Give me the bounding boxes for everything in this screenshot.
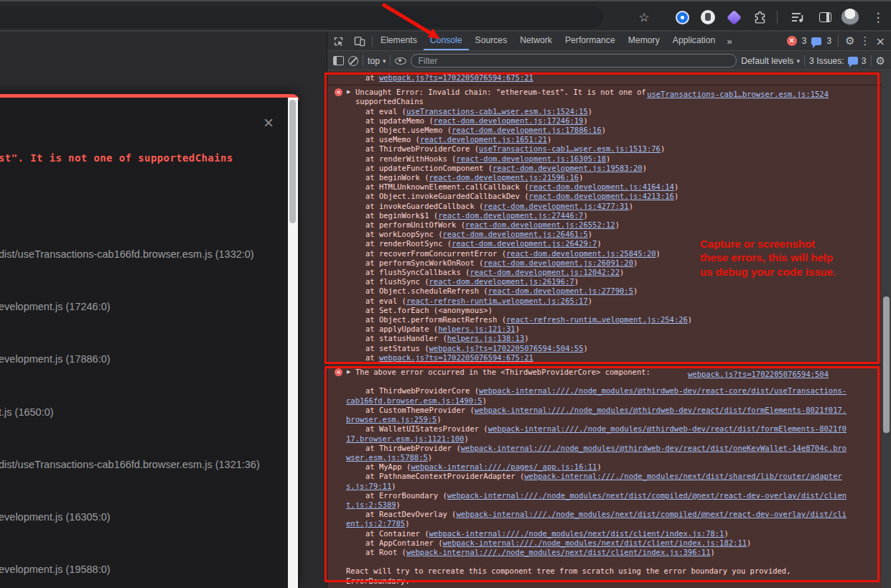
console-scrollbar-thumb[interactable] (883, 297, 890, 433)
source-link[interactable]: react-dom.development.js:4213:16 (529, 192, 674, 200)
source-link[interactable]: webpack.js?ts=1702205076594:675:21 (379, 353, 533, 362)
source-link[interactable]: react-dom.development.js:17246:19 (434, 116, 584, 125)
stack-frame: at Root (webpack-internal:///./node_modu… (346, 548, 849, 557)
source-link[interactable]: webpack-internal:///./node_modules/next/… (442, 538, 747, 547)
error-count: 3 (802, 36, 807, 46)
source-link[interactable]: react-dom.development.js:12042:22 (470, 268, 620, 276)
context-selector[interactable]: top ▾ (368, 56, 386, 66)
stack-frame: at eval (react-refresh-runtim…velopment.… (346, 297, 849, 306)
source-link[interactable]: react-dom.development.js:26196:7 (429, 277, 574, 286)
devtools-close-icon[interactable]: × (876, 34, 885, 48)
source-link[interactable]: useTransactions-cab1…wser.esm.js:1513:76 (479, 144, 661, 153)
source-link[interactable]: webpack-internal:///./node_modules/next/… (346, 491, 846, 509)
source-link[interactable]: webpack-internal:///./node_modules/@thir… (346, 406, 846, 424)
source-link[interactable]: webpack.js?ts=1702205076594:504:55 (429, 344, 584, 353)
tab-memory[interactable]: Memory (622, 32, 666, 50)
source-link[interactable]: react-refresh-runtim…velopment.js:265:17 (406, 297, 588, 305)
error-message-headline: ×▶The above error occurred in the <Third… (346, 368, 849, 377)
source-link[interactable]: webpack.js?ts=1702205076594:675:21 (379, 73, 533, 82)
stack-frame: at recoverFromConcurrentError (react-dom… (346, 249, 849, 258)
devtools-menu-kebab-icon[interactable]: ⋮ (860, 34, 871, 47)
tab-sources[interactable]: Sources (469, 32, 514, 50)
stack-frame: at setStatus (webpack.js?ts=170220507659… (346, 344, 849, 353)
source-link[interactable]: webpack-internal:///./node_modules/next/… (346, 472, 842, 490)
source-link[interactable]: react-dom.development.js:17886:16 (452, 126, 602, 134)
source-link[interactable]: react-refresh-runtim…velopment.js:254:26 (506, 315, 688, 324)
console-sidebar-icon[interactable] (333, 56, 344, 65)
clear-console-icon[interactable] (348, 56, 358, 66)
source-link[interactable]: webpack-internal:///./node_modules/@thir… (346, 444, 846, 462)
tab-elements[interactable]: Elements (374, 32, 424, 50)
source-link[interactable]: react-dom.development.js:19583:20 (493, 164, 643, 172)
source-link[interactable]: react-dom.development.js:4164:14 (529, 182, 674, 191)
tab-network[interactable]: Network (513, 32, 559, 50)
source-link[interactable]: helpers.js:121:31 (438, 325, 515, 333)
stack-frame: at flushSyncCallbacks (react-dom.develop… (346, 268, 849, 277)
console-toolbar: top ▾ Default levels ▾ 3 Issues: 3 ⚙ (327, 52, 891, 70)
more-tabs-icon[interactable]: » (722, 32, 737, 50)
message-source-link[interactable]: useTransactions-cab1…browser.esm.js:1524 (647, 90, 829, 99)
issues-count: 3 (862, 56, 867, 66)
tab-performance[interactable]: Performance (559, 32, 622, 50)
expand-triangle-icon[interactable]: ▶ (347, 88, 350, 97)
error-count-icon[interactable]: × (787, 36, 797, 46)
console-settings-gear-icon[interactable]: ⚙ (876, 55, 885, 67)
tab-application[interactable]: Application (666, 32, 722, 50)
stack-frame: at statusHandler (helpers.js:138:13) (346, 334, 849, 343)
extensions-puzzle-icon[interactable] (750, 1, 770, 33)
settings-gear-icon[interactable]: ⚙ (845, 34, 854, 47)
blue-circle-extension-icon[interactable] (672, 1, 692, 33)
menu-kebab-icon[interactable]: ⋮ (868, 1, 888, 33)
stack-frame: at Object.useMemo (react-dom.development… (346, 126, 849, 135)
profile-avatar[interactable] (839, 1, 861, 33)
overlay-scrollbar[interactable] (288, 98, 298, 588)
live-expression-eye-icon[interactable] (395, 57, 406, 65)
stack-frame: at ThirdwebProvider (webpack-internal://… (346, 444, 849, 462)
source-link[interactable]: react-dom.development.js:16305:18 (456, 154, 606, 163)
source-link[interactable]: react-dom.development.js:26461:5 (442, 230, 587, 238)
message-bubble-icon[interactable] (811, 37, 821, 45)
source-link[interactable]: react-dom.development.js:25845:20 (506, 249, 656, 258)
device-toolbar-icon[interactable] (349, 32, 370, 50)
source-link[interactable]: webpack-internal:///./pages/_app.js:16:1… (411, 462, 597, 471)
console-scrollbar[interactable] (882, 71, 891, 588)
media-controls-icon[interactable] (787, 1, 808, 33)
address-bar[interactable] (0, 6, 603, 28)
tab-console[interactable]: Console (424, 32, 469, 50)
gray-circle-extension-icon[interactable] (698, 1, 718, 33)
source-link[interactable]: react-dom.development.js:27790:5 (488, 286, 633, 295)
purple-diamond-extension-icon[interactable] (724, 1, 744, 33)
source-link[interactable]: webpack-internal:///./node_modules/next/… (346, 510, 846, 528)
source-link[interactable]: webpack-internal:///./node_modules/@thir… (346, 386, 846, 404)
source-link[interactable]: react-dom.development.js:27446:7 (438, 211, 583, 220)
source-link[interactable]: webpack-internal:///./node_modules/next/… (429, 529, 724, 538)
source-link[interactable]: react.development.js:1651:21 (420, 135, 547, 144)
source-link[interactable]: webpack-internal:///./node_modules/@thir… (346, 424, 846, 442)
stack-frame: at AppContainer (webpack-internal:///./n… (346, 538, 849, 548)
overlay-stack-frame: evelopment.js (16305:0) (0, 511, 111, 523)
source-link[interactable]: useTransactions-cab1…wser.esm.js:1524:15 (406, 107, 588, 116)
stack-frame: at PathnameContextProviderAdapter (webpa… (346, 472, 849, 490)
source-link[interactable]: react-dom.development.js:26091:20 (483, 258, 633, 267)
error-icon[interactable]: × (335, 88, 342, 96)
tabbar-right-cluster: × 3 3 ⚙ ⋮ × (787, 32, 891, 50)
side-panel-icon[interactable] (814, 1, 836, 33)
source-link[interactable]: react-dom.development.js:26429:7 (452, 239, 597, 248)
issues-counter[interactable]: 3 Issues: 3 (809, 56, 867, 66)
bookmark-star-icon[interactable]: ☆ (633, 1, 655, 33)
message-source-link[interactable]: webpack.js?ts=1702205076594:504 (688, 370, 829, 379)
log-levels-selector[interactable]: Default levels ▾ (741, 56, 800, 66)
error-icon[interactable]: × (335, 368, 342, 376)
overlay-scrollbar-thumb[interactable] (289, 100, 296, 223)
source-link[interactable]: helpers.js:138:13 (447, 334, 524, 342)
console-log: at webpack.js?ts=1702205076594:675:21×▶U… (327, 71, 882, 588)
expand-triangle-icon[interactable]: ▶ (347, 368, 350, 377)
source-link[interactable]: react-dom.development.js:4277:31 (483, 202, 628, 210)
source-link[interactable]: react-dom.development.js:21596:16 (429, 173, 579, 182)
close-icon[interactable]: × (259, 113, 278, 132)
toolbar-divider (390, 55, 391, 66)
filter-input[interactable] (411, 54, 737, 67)
inspect-element-icon[interactable] (327, 32, 349, 50)
source-link[interactable]: react-dom.development.js:26552:12 (465, 220, 615, 229)
source-link[interactable]: webpack-internal:///./node_modules/next/… (406, 548, 711, 556)
